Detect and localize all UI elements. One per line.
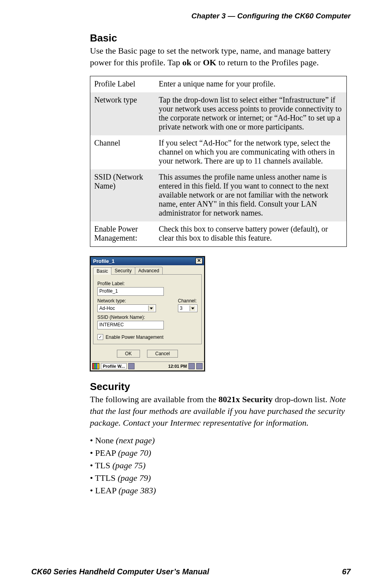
- tab-advanced[interactable]: Advanced: [135, 267, 163, 274]
- list-item: None (next page): [90, 435, 347, 446]
- method-ref: (page 79): [118, 473, 151, 483]
- label-enable-power-mgmt: Enable Power Management: [106, 334, 163, 340]
- list-item: TTLS (page 79): [90, 473, 347, 483]
- channel-value: 3: [180, 306, 183, 311]
- chevron-down-icon[interactable]: [148, 306, 154, 311]
- method-name: PEAP: [95, 448, 116, 458]
- text: The following are available from the: [90, 394, 219, 404]
- basic-intro: Use the Basic page to set the network ty…: [90, 45, 347, 68]
- text: or: [192, 58, 203, 67]
- label-profile-label: Profile Label:: [97, 281, 197, 286]
- method-name: None: [95, 435, 114, 445]
- tab-strip: Basic Security Advanced: [93, 267, 204, 274]
- list-item: LEAP (page 383): [90, 486, 347, 496]
- page-footer: CK60 Series Handheld Computer User’s Man…: [31, 567, 351, 576]
- method-name: TTLS: [95, 473, 116, 483]
- text-bold-OK: OK: [203, 58, 216, 67]
- content-area: Basic Use the Basic page to set the netw…: [90, 32, 347, 496]
- security-intro: The following are available from the 802…: [90, 394, 347, 428]
- network-type-dropdown[interactable]: Ad-Hoc: [97, 304, 156, 312]
- method-ref: (next page): [116, 435, 155, 445]
- text: to return to the Profiles page.: [216, 58, 319, 67]
- ok-button[interactable]: OK: [117, 350, 140, 358]
- signal-icon[interactable]: [128, 363, 135, 369]
- cell-val: Enter a unique name for your profile.: [155, 76, 347, 93]
- taskbar-clock: 12:01 PM: [168, 364, 187, 369]
- cell-key: Enable Power Management:: [90, 221, 155, 247]
- tab-security[interactable]: Security: [111, 267, 135, 274]
- dialog-button-row: OK Cancel: [91, 347, 204, 361]
- label-ssid: SSID (Network Name):: [97, 315, 197, 320]
- cell-val: This assumes the profile name unless ano…: [155, 169, 347, 221]
- start-icon[interactable]: [92, 363, 99, 369]
- cell-val: Tap the drop-down list to select either …: [155, 92, 347, 135]
- heading-basic: Basic: [90, 32, 347, 44]
- cell-val: If you select “Ad-Hoc” for the network t…: [155, 135, 347, 169]
- cancel-button[interactable]: Cancel: [147, 350, 178, 358]
- cell-val: Check this box to conserve battery power…: [155, 221, 347, 247]
- cell-key: Channel: [90, 135, 155, 169]
- dialog-screenshot: Profile_1 ✕ Basic Security Advanced Prof…: [90, 256, 347, 371]
- close-icon[interactable]: ✕: [195, 258, 203, 264]
- taskbar: Profile W... 12:01 PM: [91, 361, 204, 370]
- footer-title: CK60 Series Handheld Computer User’s Man…: [31, 567, 209, 576]
- page: Chapter 3 — Configuring the CK60 Compute…: [0, 0, 382, 588]
- titlebar[interactable]: Profile_1 ✕: [91, 257, 204, 265]
- tray-icon[interactable]: [196, 363, 203, 369]
- table-row: Enable Power Management: Check this box …: [90, 221, 347, 247]
- enable-power-mgmt-row[interactable]: ✓ Enable Power Management: [97, 334, 197, 340]
- table-row: Channel If you select “Ad-Hoc” for the n…: [90, 135, 347, 169]
- channel-dropdown[interactable]: 3: [178, 304, 197, 312]
- basic-settings-table: Profile Label Enter a unique name for yo…: [90, 76, 347, 247]
- table-row: SSID (Network Name) This assumes the pro…: [90, 169, 347, 221]
- label-channel: Channel:: [178, 298, 197, 304]
- table-row: Profile Label Enter a unique name for yo…: [90, 76, 347, 93]
- running-head: Chapter 3 — Configuring the CK60 Compute…: [31, 12, 351, 20]
- method-name: LEAP: [95, 486, 116, 495]
- list-item: TLS (page 75): [90, 460, 347, 471]
- taskbar-app[interactable]: Profile W...: [101, 363, 127, 369]
- method-ref: (page 383): [118, 486, 156, 495]
- cell-key: Network type: [90, 92, 155, 135]
- ssid-input[interactable]: INTERMEC: [97, 321, 164, 329]
- label-network-type: Network type:: [97, 298, 174, 304]
- chevron-down-icon[interactable]: [190, 306, 195, 311]
- method-ref: (page 70): [118, 448, 151, 458]
- security-methods-list: None (next page) PEAP (page 70) TLS (pag…: [90, 435, 347, 496]
- heading-security: Security: [90, 381, 347, 393]
- list-item: PEAP (page 70): [90, 448, 347, 458]
- method-name: TLS: [95, 460, 110, 470]
- table-row: Network type Tap the drop-down list to s…: [90, 92, 347, 135]
- tab-panel-basic: Profile Label: Profile_1 Network type: A…: [93, 274, 202, 344]
- text: drop-down list.: [273, 394, 329, 404]
- text-bold-ok: ok: [182, 58, 191, 67]
- method-ref: (page 75): [112, 460, 145, 470]
- profile-dialog: Profile_1 ✕ Basic Security Advanced Prof…: [90, 256, 205, 371]
- network-type-value: Ad-Hoc: [99, 306, 115, 311]
- window-title: Profile_1: [93, 258, 195, 264]
- tray-icon[interactable]: [188, 363, 195, 369]
- checkbox-icon[interactable]: ✓: [97, 334, 103, 340]
- cell-key: Profile Label: [90, 76, 155, 93]
- tab-basic[interactable]: Basic: [93, 267, 111, 275]
- text-bold-8021x: 8021x Security: [219, 394, 273, 404]
- cell-key: SSID (Network Name): [90, 169, 155, 221]
- page-number: 67: [342, 567, 351, 576]
- profile-label-input[interactable]: Profile_1: [97, 287, 164, 296]
